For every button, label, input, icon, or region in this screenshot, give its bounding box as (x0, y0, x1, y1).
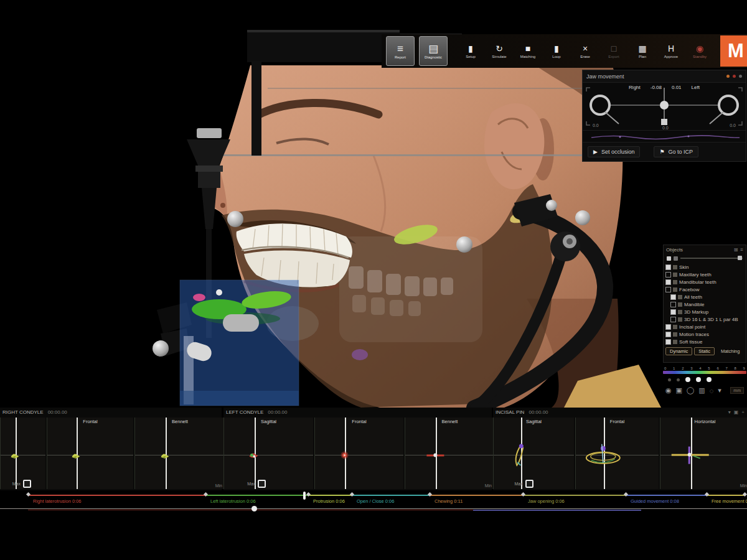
axis-horizontal (494, 455, 574, 455)
range-dot[interactable] (696, 377, 701, 382)
max-checkbox[interactable] (23, 480, 31, 488)
tracking-view[interactable]: SagittalMax (493, 418, 574, 489)
status-dot (733, 75, 736, 78)
tab-matching[interactable]: Matching (716, 347, 744, 355)
tree-item[interactable]: 3D Markup (670, 308, 744, 315)
box-icon: □ (611, 44, 616, 54)
tree-item[interactable]: 3D 16 L & 3D 1 L par 4B (670, 315, 744, 323)
timeline-segment[interactable] (205, 495, 308, 496)
chart-header-icon[interactable]: ▾ (728, 409, 731, 415)
visibility-checkbox[interactable] (665, 264, 671, 270)
timeline-segment[interactable] (28, 495, 205, 496)
standby-button[interactable]: ◉Standby (685, 44, 714, 58)
tree-item[interactable]: Soft tissue (665, 338, 744, 345)
view-label: Frontal (352, 419, 366, 424)
opacity-slider[interactable] (680, 258, 743, 259)
view-button[interactable]: ▣ (676, 386, 682, 394)
tracking-view[interactable]: Frontal (314, 418, 403, 489)
erase-button[interactable]: ×Erase (571, 44, 599, 58)
loop-button[interactable]: ▮Loop (542, 44, 571, 58)
tracking-view[interactable]: Frontal (575, 418, 659, 489)
modjaw-logo[interactable]: M (720, 35, 747, 67)
visibility-checkbox[interactable] (665, 279, 671, 285)
max-label: Max (515, 482, 523, 486)
report-button[interactable]: ≡Report (386, 36, 415, 66)
panel-header-icon[interactable]: ≡ (740, 247, 743, 253)
range-dot[interactable] (677, 378, 680, 381)
facebow-crossbar (212, 154, 585, 156)
tracking-view[interactable]: BennettMin (405, 418, 494, 489)
visibility-checkbox[interactable] (670, 317, 676, 322)
max-checkbox[interactable] (525, 480, 533, 488)
view-button[interactable]: ◯ (687, 386, 694, 394)
range-dot[interactable] (685, 377, 690, 382)
go-to-icp-button[interactable]: ⚑ Go to ICP (654, 146, 698, 157)
chart-header-icon[interactable]: ▣ (734, 409, 739, 415)
timeline-segment[interactable] (626, 495, 707, 496)
diagnostic-button[interactable]: ▤Diagnostic (419, 36, 448, 66)
visibility-checkbox[interactable] (670, 302, 676, 307)
view-button[interactable]: ▥ (698, 386, 705, 394)
chart-header-icon[interactable]: + (741, 409, 745, 415)
tracking-view[interactable]: Max (0, 418, 45, 489)
view-button[interactable]: ◉ (665, 386, 672, 394)
visibility-checkbox[interactable] (665, 339, 671, 345)
tree-item-label: Motion traces (679, 332, 709, 337)
view-button[interactable]: ◌ (710, 387, 714, 394)
timeline-playhead[interactable] (303, 492, 306, 500)
object-icon (678, 302, 682, 307)
visibility-checkbox[interactable] (665, 272, 671, 278)
axis-horizontal (224, 455, 313, 455)
set-occlusion-button[interactable]: ▶ Set occlusion (588, 146, 640, 157)
view-button[interactable]: ▾ (718, 386, 721, 394)
visibility-checkbox[interactable] (670, 309, 676, 315)
max-toggle[interactable]: Max (12, 480, 31, 488)
view-label: Frontal (610, 419, 624, 424)
scrubber-handle[interactable] (251, 506, 257, 511)
tree-item[interactable]: Mandibular teeth (665, 278, 744, 286)
visibility-checkbox[interactable] (670, 294, 676, 300)
timeline-scrubber[interactable] (0, 508, 747, 509)
tree-item-label: 3D 16 L & 3D 1 L par 4B (684, 317, 738, 322)
visibility-checkbox[interactable] (665, 287, 671, 292)
plan-button[interactable]: ▦Plan (628, 44, 657, 58)
range-dots (663, 374, 746, 383)
visibility-checkbox[interactable] (665, 324, 671, 330)
tab-static[interactable]: Static (694, 347, 715, 355)
tree-item[interactable]: Motion traces (665, 330, 744, 338)
range-dot[interactable] (668, 378, 671, 381)
tracking-view[interactable]: BennettMin (134, 418, 225, 489)
diagnostic-label: Diagnostic (425, 55, 442, 59)
timeline-segment[interactable] (308, 495, 352, 496)
tracking-view[interactable]: SagittalMax (223, 418, 313, 489)
tree-item[interactable]: All teeth (670, 293, 744, 301)
max-checkbox[interactable] (258, 480, 266, 488)
view-label: Frontal (83, 419, 97, 424)
max-toggle[interactable]: Max (247, 480, 266, 488)
grid-icon: ▦ (638, 44, 646, 54)
export-button[interactable]: □Export (599, 44, 628, 58)
timeline-segment[interactable] (707, 495, 745, 496)
approve-button[interactable]: HApprove (657, 44, 685, 58)
tab-dynamic[interactable]: Dynamic (665, 347, 692, 355)
main-toolbar: ≡Report▤Diagnostic▮Setup↻Simulate■Matchi… (382, 34, 747, 68)
panel-header-icon[interactable]: ⊞ (734, 247, 738, 253)
max-toggle[interactable]: Max (515, 480, 533, 488)
tracking-view[interactable]: HorizontalMin (660, 418, 747, 489)
matching-button[interactable]: ■Matching (514, 44, 542, 58)
range-dot[interactable] (707, 377, 712, 382)
tree-item[interactable]: Facebow (665, 286, 744, 293)
segment-label: Free movement 0:06 (712, 498, 747, 504)
colormap-block: 0123456789 ◉▣◯▥◌▾mm (663, 366, 746, 394)
setup-button[interactable]: ▮Setup (456, 44, 485, 58)
timeline-segment[interactable] (523, 495, 626, 496)
tree-item[interactable]: Maxillary teeth (665, 271, 744, 278)
tree-item[interactable]: Mandible (670, 301, 744, 308)
visibility-checkbox[interactable] (665, 332, 671, 337)
tracking-view[interactable]: Frontal (47, 418, 133, 489)
tree-item[interactable]: Skin (665, 263, 744, 271)
timeline-segment[interactable] (430, 495, 523, 496)
timeline-segment[interactable] (352, 495, 430, 496)
tree-item[interactable]: Incisal point (665, 323, 744, 330)
simulate-button[interactable]: ↻Simulate (485, 44, 514, 58)
